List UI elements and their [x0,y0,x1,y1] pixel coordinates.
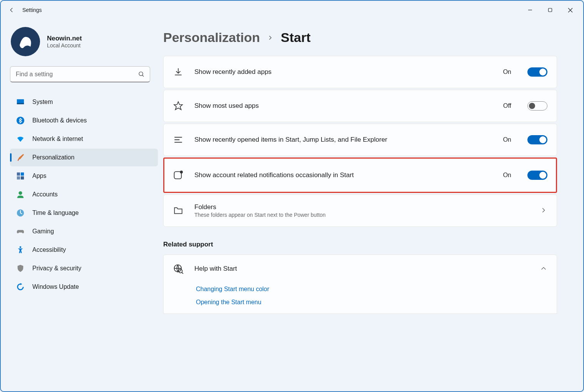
setting-account-notifications[interactable]: Show account related notifications occas… [163,157,557,193]
apps-icon [16,172,25,180]
setting-label: Show account related notifications occas… [194,171,492,179]
svg-rect-8 [17,103,24,104]
breadcrumb-parent[interactable]: Personalization [163,30,260,45]
sidebar-item-label: Gaming [32,228,54,235]
setting-label: Show recently opened items in Start, Jum… [194,136,492,144]
setting-label: Folders [194,203,530,211]
back-button[interactable] [4,2,19,18]
toggle-state: Off [503,102,511,109]
person-icon [16,190,25,199]
toggle-switch[interactable] [527,171,547,180]
svg-rect-10 [17,173,20,176]
sidebar-item-label: Apps [32,173,46,179]
sidebar-item-label: Time & language [32,209,79,216]
toggle-switch[interactable] [527,67,547,77]
setting-label: Show recently added apps [194,68,492,76]
svg-point-21 [180,171,182,173]
sidebar-item-gaming[interactable]: Gaming [10,223,158,240]
gamepad-icon [16,227,25,236]
sidebar-item-personalization[interactable]: Personalization [10,149,158,166]
setting-folders[interactable]: Folders These folders appear on Start ne… [163,194,557,227]
profile-name: Neowin.net [47,35,82,42]
system-icon [16,98,25,106]
app-title: Settings [22,7,42,13]
setting-recently-opened-items[interactable]: Show recently opened items in Start, Jum… [163,124,557,156]
avatar [11,27,40,56]
chevron-up-icon [540,265,547,272]
sidebar: Neowin.net Local Account System Bluetoot… [1,19,155,391]
sidebar-item-label: Windows Update [32,283,79,290]
list-icon [173,134,184,145]
sidebar-item-accessibility[interactable]: Accessibility [10,241,158,259]
breadcrumb: Personalization Start [163,30,557,45]
profile[interactable]: Neowin.net Local Account [11,27,155,56]
help-header[interactable]: Help with Start [164,255,557,283]
svg-point-5 [139,72,143,76]
sidebar-item-system[interactable]: System [10,93,158,111]
svg-rect-1 [549,8,552,12]
svg-line-24 [182,272,183,274]
sidebar-item-bluetooth[interactable]: Bluetooth & devices [10,112,158,129]
star-icon [173,101,184,111]
toggle-state: On [503,172,511,179]
clock-globe-icon [16,209,25,217]
svg-point-16 [20,246,22,248]
notification-badge-icon [173,170,184,181]
accessibility-icon [16,246,25,254]
profile-account-type: Local Account [47,42,82,49]
svg-line-6 [142,75,144,77]
setting-description: These folders appear on Start next to th… [194,212,530,218]
toggle-switch[interactable] [527,101,547,111]
sidebar-item-privacy[interactable]: Privacy & security [10,260,158,277]
search-icon [138,71,145,78]
help-link[interactable]: Opening the Start menu [196,299,547,306]
setting-label: Show most used apps [194,102,492,110]
paintbrush-icon [16,153,25,162]
wifi-icon [16,135,25,143]
related-support-heading: Related support [163,241,557,248]
svg-rect-12 [17,176,20,179]
sidebar-item-accounts[interactable]: Accounts [10,186,158,203]
toggle-state: On [503,136,511,143]
svg-rect-11 [21,173,24,176]
download-icon [173,67,184,77]
sidebar-item-label: Bluetooth & devices [32,117,87,124]
sidebar-item-label: Personalization [32,154,74,161]
globe-search-icon [173,263,184,274]
bluetooth-icon [16,116,25,125]
chevron-right-icon [268,34,273,41]
search-wrapper [10,66,150,82]
close-button[interactable] [560,2,580,18]
setting-most-used-apps[interactable]: Show most used apps Off [163,90,557,122]
sidebar-item-label: System [32,99,53,106]
toggle-state: On [503,69,511,75]
help-link[interactable]: Changing Start menu color [196,286,547,293]
sidebar-item-network[interactable]: Network & internet [10,130,158,148]
sidebar-item-time-language[interactable]: Time & language [10,204,158,222]
setting-recently-added-apps[interactable]: Show recently added apps On [163,56,557,88]
sidebar-item-label: Network & internet [32,136,83,142]
svg-rect-13 [21,176,24,179]
minimize-button[interactable] [520,2,540,18]
help-card: Help with Start Changing Start menu colo… [163,255,557,314]
sidebar-item-label: Accessibility [32,246,66,253]
help-title: Help with Start [194,265,530,273]
toggle-switch[interactable] [527,135,547,144]
shield-icon [16,264,25,273]
sidebar-item-label: Accounts [32,191,58,198]
update-icon [16,283,25,291]
chevron-right-icon [540,207,547,214]
breadcrumb-current: Start [281,30,310,45]
svg-point-14 [18,191,22,195]
titlebar: Settings [1,1,583,19]
maximize-button[interactable] [540,2,560,18]
sidebar-item-apps[interactable]: Apps [10,167,158,185]
folder-icon [173,205,184,216]
search-input[interactable] [10,66,150,82]
sidebar-item-windows-update[interactable]: Windows Update [10,278,158,296]
sidebar-item-label: Privacy & security [32,265,81,272]
